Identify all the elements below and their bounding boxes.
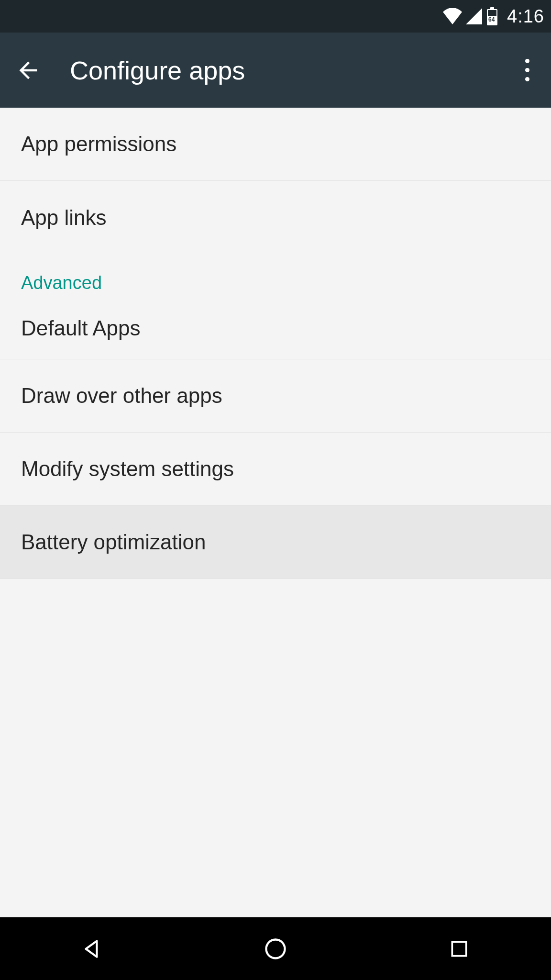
list-item-label: App permissions xyxy=(21,132,176,156)
navigation-bar xyxy=(0,917,551,980)
nav-recent-button[interactable] xyxy=(426,930,493,968)
list-item-label: Default Apps xyxy=(21,316,141,340)
section-header-label: Advanced xyxy=(21,273,102,293)
section-header-advanced: Advanced xyxy=(0,254,551,297)
status-icons: 64 4:16 xyxy=(443,6,544,27)
overflow-menu-button[interactable] xyxy=(513,51,541,89)
battery-icon: 64 xyxy=(486,7,498,25)
settings-list: App permissions App links Advanced Defau… xyxy=(0,108,551,917)
app-bar: Configure apps xyxy=(0,33,551,108)
circle-home-icon xyxy=(263,936,288,961)
svg-point-3 xyxy=(266,939,285,958)
more-vert-icon xyxy=(525,59,529,81)
list-item-label: Draw over other apps xyxy=(21,384,222,408)
cellular-signal-icon xyxy=(466,8,482,24)
battery-level-label: 64 xyxy=(488,16,495,23)
svg-rect-1 xyxy=(490,7,494,10)
triangle-back-icon xyxy=(80,937,104,961)
page-title: Configure apps xyxy=(70,56,513,85)
status-bar: 64 4:16 xyxy=(0,0,551,33)
arrow-back-icon xyxy=(16,58,41,83)
list-item-label: Modify system settings xyxy=(21,457,234,481)
status-time: 4:16 xyxy=(507,6,544,27)
svg-rect-4 xyxy=(452,942,466,956)
nav-home-button[interactable] xyxy=(242,930,309,968)
back-button[interactable] xyxy=(10,51,48,89)
nav-back-button[interactable] xyxy=(58,930,125,968)
list-item-app-permissions[interactable]: App permissions xyxy=(0,108,551,181)
square-recent-icon xyxy=(449,938,470,959)
list-item-battery-optimization[interactable]: Battery optimization xyxy=(0,506,551,579)
svg-rect-2 xyxy=(488,10,496,16)
list-item-draw-over-other-apps[interactable]: Draw over other apps xyxy=(0,359,551,433)
wifi-icon xyxy=(443,8,462,24)
list-item-modify-system-settings[interactable]: Modify system settings xyxy=(0,433,551,506)
list-item-label: App links xyxy=(21,206,107,230)
list-item-default-apps[interactable]: Default Apps xyxy=(0,297,551,359)
list-item-label: Battery optimization xyxy=(21,530,206,554)
screen: 64 4:16 Configure apps App permissions A… xyxy=(0,0,551,980)
list-item-app-links[interactable]: App links xyxy=(0,181,551,254)
